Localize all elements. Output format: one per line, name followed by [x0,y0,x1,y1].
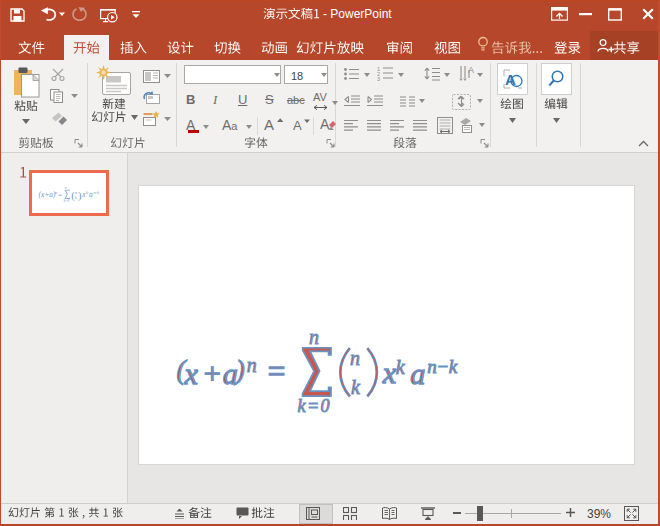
svg-text:A: A [293,118,302,132]
svg-text:n−k: n−k [427,356,457,377]
svg-text:k: k [396,356,406,378]
svg-text:3: 3 [377,76,380,81]
svg-text:+: + [204,356,221,390]
svg-text:n: n [309,326,319,348]
svg-text:=: = [268,354,286,389]
svg-text:): ) [234,355,245,385]
svg-text:x: x [184,357,199,391]
svg-text:k=0: k=0 [297,396,331,416]
svg-text:n: n [247,354,257,376]
svg-text:x: x [382,356,397,390]
svg-text:k: k [351,376,361,398]
svg-text:A: A [264,117,274,132]
svg-text:A: A [468,65,474,75]
svg-text:n: n [350,347,360,369]
svg-text:a: a [410,357,425,391]
